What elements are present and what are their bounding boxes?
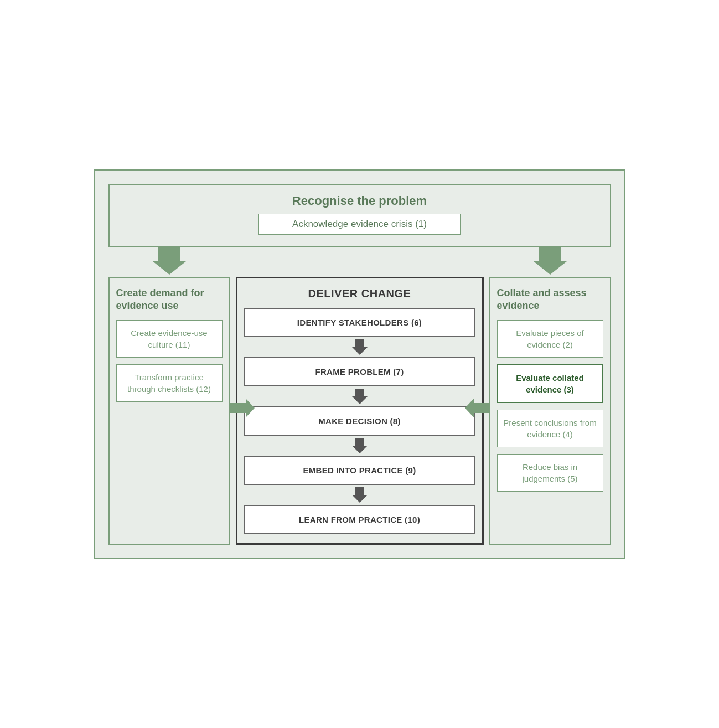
center-item-3: MAKE DECISION (8): [244, 406, 475, 436]
center-item-5: LEARN FROM PRACTICE (10): [244, 505, 475, 534]
left-item-1: Create evidence-use culture (11): [116, 320, 223, 358]
center-arrow-4: [352, 487, 368, 503]
left-down-arrow: [153, 246, 186, 277]
center-item-4: EMBED INTO PRACTICE (9): [244, 456, 475, 485]
center-item-2: FRAME PROBLEM (7): [244, 357, 475, 386]
right-item-2: Evaluate collated evidence (3): [497, 364, 603, 403]
svg-marker-3: [352, 389, 368, 404]
down-arrows: [108, 246, 611, 277]
center-arrow-2: [352, 389, 368, 404]
right-down-arrow: [534, 246, 567, 277]
center-item-1: IDENTIFY STAKEHOLDERS (6): [244, 308, 475, 337]
right-item-3: Present conclusions from evidence (4): [497, 410, 603, 447]
svg-marker-2: [352, 339, 368, 355]
left-col-box: Create demand for evidence use Create ev…: [108, 277, 230, 545]
top-section: Recognise the problem Acknowledge eviden…: [108, 184, 611, 247]
right-item-4: Reduce bias in judgements (5): [497, 454, 603, 492]
svg-marker-0: [153, 246, 186, 275]
center-col-title: DELIVER CHANGE: [308, 287, 411, 300]
top-subtitle: Acknowledge evidence crisis (1): [258, 214, 461, 235]
left-col-title: Create demand for evidence use: [116, 287, 223, 313]
right-item-1: Evaluate pieces of evidence (2): [497, 320, 603, 358]
left-item-2: Transform practice through checklists (1…: [116, 364, 223, 402]
center-arrow-1: [352, 339, 368, 355]
top-title: Recognise the problem: [121, 194, 599, 208]
left-column: Create demand for evidence use Create ev…: [108, 277, 230, 545]
center-arrow-3: [352, 438, 368, 453]
diagram-container: Recognise the problem Acknowledge eviden…: [94, 169, 625, 559]
svg-marker-4: [352, 438, 368, 453]
main-content: Create demand for evidence use Create ev…: [108, 277, 611, 545]
svg-marker-1: [534, 246, 567, 275]
center-column: DELIVER CHANGE IDENTIFY STAKEHOLDERS (6)…: [236, 277, 484, 545]
right-col-box: Collate and assess evidence Evaluate pie…: [489, 277, 611, 545]
deliver-box: DELIVER CHANGE IDENTIFY STAKEHOLDERS (6)…: [236, 277, 484, 545]
right-col-title: Collate and assess evidence: [497, 287, 603, 313]
right-column: Collate and assess evidence Evaluate pie…: [489, 277, 611, 545]
svg-marker-5: [352, 487, 368, 503]
